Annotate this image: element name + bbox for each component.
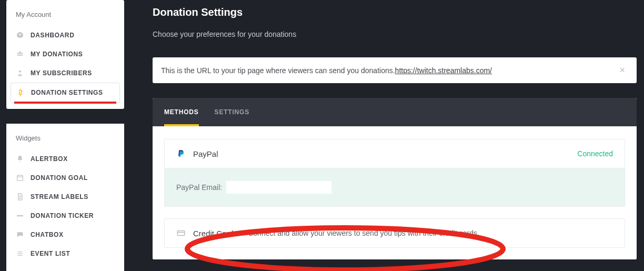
sidebar-item-label: Donation Goal [31,174,88,182]
tip-url-alert: This is the URL to your tip page where v… [153,57,637,83]
svg-rect-1 [17,175,23,180]
sidebar-item-label: Stream Labels [31,193,88,200]
method-title-paypal: PayPal [193,149,218,158]
subscribers-icon [16,69,24,77]
sidebar-item-label: Event List [31,250,70,257]
sidebar-item-my-subscribers[interactable]: My Subscribers [6,64,124,83]
method-title-credit: Credit Cards [193,229,237,238]
alert-close-button[interactable]: × [616,65,628,76]
sidebar-item-label: Dashboard [31,32,74,39]
tip-url-link[interactable]: https://twitch.streamlabs.com/ [395,66,492,75]
panel-tabs: Methods Settings [153,98,637,126]
tab-methods[interactable]: Methods [164,98,199,126]
sidebar-item-label: My Donations [31,51,83,58]
tab-settings[interactable]: Settings [215,98,249,126]
method-desc-credit: Connect and allow your viewers to send y… [248,229,479,237]
credit-card-icon [176,228,186,238]
svg-rect-12 [177,231,185,236]
page-title: Donation Settings [153,6,637,18]
paypal-email-row: PayPal Email: [165,168,625,206]
sidebar-item-alertbox[interactable]: Alertbox [6,149,124,168]
sidebar-account-card: My Account Dashboard My Donations My Sub… [6,0,124,109]
sidebar-item-donation-ticker[interactable]: Donation Ticker [6,206,124,225]
sidebar-item-dashboard[interactable]: Dashboard [6,26,124,45]
paypal-status-connected: Connected [577,149,613,158]
sidebar-item-my-donations[interactable]: My Donations [6,45,124,64]
donations-icon [16,50,24,58]
sidebar-item-label: My Subscribers [31,69,92,77]
active-underline [14,102,116,104]
alert-text: This is the URL to your tip page where v… [161,66,395,75]
method-credit-cards[interactable]: Credit Cards Connect and allow your view… [164,218,625,248]
sidebar-item-label: Alertbox [31,155,68,163]
sidebar-item-event-list[interactable]: Event List [6,244,124,263]
paypal-email-label: PayPal Email: [176,183,222,192]
chat-icon [16,230,24,239]
file-icon [16,193,24,201]
paypal-icon [176,149,186,158]
method-paypal[interactable]: PayPal Connected PayPal Email: [164,139,625,207]
close-icon: × [619,65,625,75]
sidebar-section-widgets: Widgets [6,131,124,149]
dollar-icon [16,88,25,97]
sidebar-section-account: My Account [6,7,124,26]
page-subtitle: Choose your preferences for your donatio… [153,30,637,38]
sidebar-item-label: Donation Settings [31,89,103,96]
ticker-icon [16,212,24,220]
paypal-email-input[interactable] [226,181,331,194]
calendar-icon [16,174,24,182]
sidebar-item-stream-labels[interactable]: Stream Labels [6,187,124,206]
dashboard-icon [16,31,24,39]
sidebar-item-chatbox[interactable]: Chatbox [6,225,124,244]
bell-icon [16,155,24,163]
sidebar-item-donation-settings[interactable]: Donation Settings [11,83,120,103]
svg-point-0 [19,71,21,73]
sidebar-widgets-card: Widgets Alertbox Donation Goal Stream La… [6,124,124,271]
sidebar-item-label: Chatbox [31,231,64,238]
list-icon [16,249,24,258]
svg-rect-8 [17,215,23,217]
methods-panel: Methods Settings PayPal Connected [153,98,637,259]
sidebar-item-label: Donation Ticker [31,212,94,219]
sidebar-item-donation-goal[interactable]: Donation Goal [6,168,124,187]
